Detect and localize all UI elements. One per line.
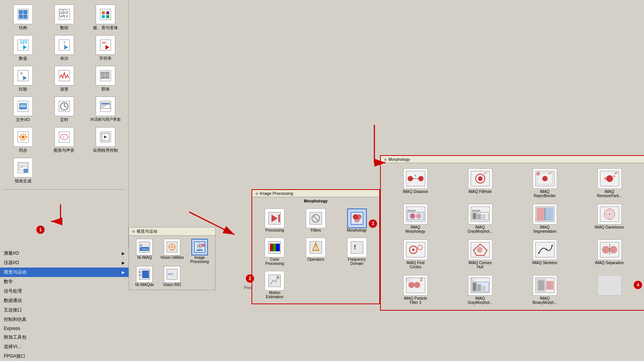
waveform-label: 波形 <box>60 86 68 92</box>
sync-item[interactable]: 同步 <box>3 126 43 155</box>
imaq-fillhole-item[interactable]: × IMAQ FillHole <box>449 167 511 199</box>
svg-point-165 <box>551 245 553 246</box>
svg-rect-156 <box>406 242 425 257</box>
svg-text:×: × <box>484 173 485 175</box>
compare-label: 比较 <box>19 86 27 92</box>
svg-text:3: 3 <box>420 278 422 282</box>
svg-rect-36 <box>20 105 26 106</box>
imaq-particlefilter3-item[interactable]: 3 I→ IMAQ Particle Filter 3 <box>385 274 446 306</box>
ni-imaq-item[interactable]: NI IMAQ NI-IMAQ <box>132 239 157 264</box>
svg-point-129 <box>542 176 548 181</box>
imaq-distance-item[interactable]: d IMAQ Distance <box>385 167 446 199</box>
vision-util-item[interactable]: Vision Utilities <box>160 239 185 264</box>
sidebar-menu: 测量I/O ▶ 仪器I/O ▶ 视觉与运动 ▶ 数学 信号处理 数据通信 互连接… <box>0 249 129 361</box>
svg-text:dx: dx <box>139 274 141 276</box>
vision-rio-item[interactable]: RIO Vision RIO <box>160 266 185 287</box>
report-item[interactable]: 报表生成 <box>3 156 43 185</box>
motion-item[interactable]: MotionEstimation <box>255 269 294 300</box>
svg-point-98 <box>354 217 360 223</box>
array-icon: 1 2 3 4 5 6 <box>54 5 74 24</box>
graphics-item[interactable]: ♪ 图形与声音 <box>44 126 84 155</box>
svg-text:⚙: ⚙ <box>202 244 205 246</box>
sidebar-item-select-vi[interactable]: 选择VI... <box>0 342 129 352</box>
color-proc-item[interactable]: ColorProcessing <box>255 236 294 267</box>
imaq-danielsson-label: IMAQ Danielsson <box>595 225 624 229</box>
dialog-item[interactable]: 对话框与用户界面 <box>85 95 125 124</box>
sidebar-item-measure-io[interactable]: 测量I/O ▶ <box>0 249 129 258</box>
array-label: 数组 <box>60 25 68 31</box>
numeric-item[interactable]: 123 数值 <box>3 34 43 63</box>
imaq-danielsson-item[interactable]: IMAQ Danielsson <box>579 202 640 235</box>
svg-rect-12 <box>102 11 105 14</box>
svg-point-115 <box>408 176 413 181</box>
svg-text:T: T <box>63 41 65 45</box>
sidebar-item-interconnect[interactable]: 互连接口 <box>0 305 129 315</box>
imaq-binarymorph-item[interactable]: IMAQ BinaryMorph... <box>514 274 576 306</box>
group-item[interactable]: 群体 <box>85 64 125 93</box>
waveform-icon <box>54 66 74 86</box>
vision-util-icon <box>164 239 180 255</box>
timing-item[interactable]: 定时 <box>44 95 84 124</box>
struct-item[interactable]: 结构 <box>3 3 43 32</box>
imaq-graymorphol1-icon: Morph <box>468 204 492 224</box>
imaq-morphology-item[interactable]: Morph IMAQ Morphology <box>385 202 446 235</box>
imaq-skeleton-item[interactable]: IMAQ Skeleton <box>514 238 576 271</box>
string-item[interactable]: abc 字符串 <box>85 34 125 63</box>
imaq-graymorphol1-item[interactable]: Morph IMAQ GrayMorphol... <box>449 202 511 235</box>
imaq-graymorphol2-item[interactable]: 3 IMAQ GrayMorphol... <box>449 274 511 306</box>
image-proc-item[interactable]: ⚙ ImageProcessing <box>187 239 212 264</box>
boolean-item[interactable]: T 布尔 <box>44 34 84 63</box>
imaq-separation-label: IMAQ Separation <box>595 261 624 265</box>
svg-text:123: 123 <box>20 40 27 44</box>
operators-item[interactable]: Operators <box>296 236 335 267</box>
fileio-label: 文件I/O <box>16 117 30 123</box>
icon-grid: 结构 1 2 3 4 5 6 数组 <box>0 0 128 188</box>
ni-imaqdx-label: NI-IMAQdx <box>135 283 154 287</box>
imaq-convexhull-item[interactable]: IMAQ Convex Hull <box>449 238 511 271</box>
ni-imaqdx-item[interactable]: NI dx NI-IMAQdx <box>132 266 157 287</box>
imaq-rejectborder-item[interactable]: × IMAQ RejectBorder <box>514 167 576 199</box>
imaq-graymorphol2-label: IMAQ GrayMorphol... <box>465 296 495 305</box>
waveform-item[interactable]: 波形 <box>44 64 84 93</box>
svg-rect-37 <box>20 106 26 107</box>
boolean-icon: T <box>54 35 74 55</box>
compare-item[interactable]: > 比较 <box>3 64 43 93</box>
motion-label: MotionEstimation <box>266 291 284 299</box>
frequency-item[interactable]: f FrequencyDomain <box>337 236 376 267</box>
arrow-icon: ▶ <box>122 270 125 274</box>
sidebar-item-signal[interactable]: 信号处理 <box>0 286 129 296</box>
sidebar-item-control-sim[interactable]: 控制和仿真 <box>0 315 129 324</box>
svg-point-132 <box>606 175 613 182</box>
arrow-icon: ▶ <box>122 251 125 255</box>
svg-rect-183 <box>482 286 486 291</box>
filters-item[interactable]: Filters <box>296 207 335 234</box>
svg-point-173 <box>414 282 420 288</box>
sidebar-item-express[interactable]: Express <box>0 324 129 333</box>
empty-slot <box>579 274 640 306</box>
sidebar-item-data-comm[interactable]: 数据通信 <box>0 296 129 305</box>
imaq-binarymorph-icon <box>533 275 557 296</box>
svg-point-169 <box>610 246 617 254</box>
imaq-removepart-item[interactable]: ✕ IMAQ RemoveParti... <box>579 167 640 199</box>
svg-text:Morph: Morph <box>472 209 481 212</box>
boolean-label: 布尔 <box>60 56 68 61</box>
svg-text:NI: NI <box>139 271 141 273</box>
svg-rect-45 <box>102 105 106 106</box>
imaq-fillhole-icon: × <box>468 168 492 189</box>
processing-item[interactable]: Processing <box>255 207 294 234</box>
array-item[interactable]: 1 2 3 4 5 6 数组 <box>44 3 84 32</box>
imaq-findcircles-item[interactable]: IMAQ Find Circles <box>385 238 446 271</box>
imaq-segmentation-item[interactable]: IMAQ Segmentation <box>514 202 576 235</box>
svg-rect-163 <box>535 242 554 257</box>
fileio-item[interactable]: 文件I/O <box>3 95 43 124</box>
cluster-item[interactable]: 簇、类与变体 <box>85 3 125 32</box>
svg-point-168 <box>602 246 610 254</box>
sidebar-item-instrument-io[interactable]: 仪器I/O ▶ <box>0 258 129 268</box>
sidebar-item-vision-motion[interactable]: 视觉与运动 ▶ <box>0 268 129 277</box>
appctrl-item[interactable]: 应用程序控制 <box>85 126 125 155</box>
sidebar-item-fpga[interactable]: FPGA接口 <box>0 352 129 361</box>
sidebar-item-addons[interactable]: 附加工具包 <box>0 333 129 342</box>
imaq-separation-item[interactable]: IMAQ Separation <box>579 238 640 271</box>
sidebar-item-math[interactable]: 数学 <box>0 277 129 286</box>
svg-text:♪: ♪ <box>63 135 65 139</box>
